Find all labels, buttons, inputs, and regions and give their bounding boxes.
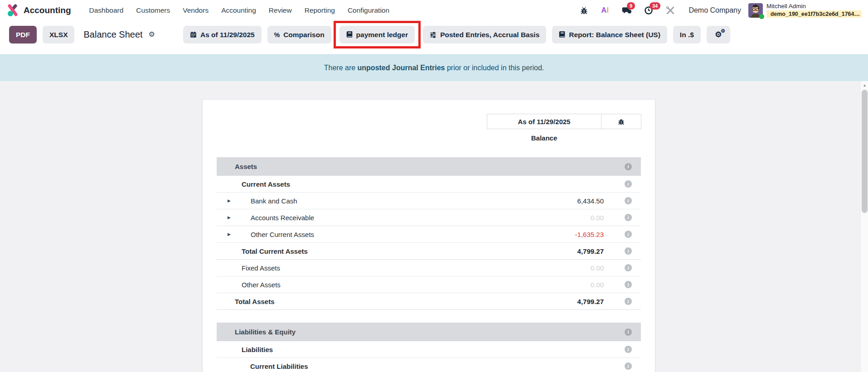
scroll-up-arrow-icon[interactable]: ▲ (861, 81, 868, 89)
row-label: Current Liabilities (217, 362, 509, 370)
activities-count-badge: 34 (650, 2, 660, 10)
report-row[interactable]: ▶ Current Liabilities i (217, 358, 641, 372)
row-value: 0.00 (509, 264, 604, 272)
expand-caret-icon[interactable]: ▶ (228, 232, 231, 237)
info-icon[interactable]: i (625, 180, 632, 188)
app-name[interactable]: Accounting (24, 5, 71, 15)
database-badge: demo_190_ee1f7b3c2e6d_1764… (766, 10, 862, 18)
balance-column-label: Balance (487, 134, 601, 142)
column-debug-cell[interactable] (601, 114, 641, 129)
expand-caret-icon[interactable]: ▶ (228, 198, 231, 203)
company-switcher[interactable]: Demo Company (689, 6, 741, 14)
info-icon[interactable]: i (625, 298, 632, 305)
messages-count-badge: 9 (627, 2, 635, 10)
row-value: -1,635.23 (509, 231, 604, 238)
book-icon (346, 31, 353, 38)
navbar-right-cluster: AI 9 34 Demo Company (567, 3, 862, 18)
info-icon[interactable]: i (625, 163, 632, 170)
xlsx-button[interactable]: XLSX (43, 26, 74, 43)
top-navbar: Accounting Dashboard Customers Vendors A… (0, 0, 868, 21)
report-row[interactable]: ▶ Total Assets 4,799.27 i (217, 293, 641, 310)
options-filter-button[interactable]: Posted Entries, Accrual Basis (423, 26, 546, 43)
nav-vendors[interactable]: Vendors (183, 6, 209, 14)
info-icon[interactable]: i (625, 214, 632, 221)
user-name: Mitchell Admin (766, 3, 862, 10)
calendar-icon (190, 31, 197, 38)
support-tools-icon[interactable] (666, 6, 675, 15)
cog-small-icon: ⚙ (721, 29, 725, 34)
row-value: 4,799.27 (509, 247, 604, 255)
row-label: Bank and Cash (217, 197, 509, 205)
info-icon[interactable]: i (625, 329, 632, 336)
banner-bold-text: unposted Journal Entries (358, 64, 445, 72)
book-icon (559, 31, 565, 38)
row-label: Total Current Assets (217, 247, 509, 255)
nav-accounting[interactable]: Accounting (221, 6, 256, 14)
report-row[interactable]: ▶ Liabilities & Equity i (217, 323, 641, 341)
report-row[interactable]: ▶ Accounts Receivable 0.00 i (217, 209, 641, 226)
info-icon[interactable]: i (625, 247, 632, 255)
online-status-dot (759, 14, 764, 19)
row-label: Liabilities & Equity (217, 328, 509, 336)
unposted-entries-banner: There are unposted Journal Entries prior… (0, 54, 868, 81)
report-row[interactable]: ▶ Current Assets i (217, 176, 641, 193)
debug-bug-icon[interactable] (580, 6, 588, 15)
activities-clock-icon[interactable]: 34 (644, 6, 653, 15)
scrollbar-thumb[interactable] (862, 90, 868, 213)
report-row[interactable]: ▶ Assets i (217, 157, 641, 176)
expand-caret-icon[interactable]: ▶ (228, 215, 231, 220)
report-row[interactable]: ▶ Other Assets 0.00 i (217, 276, 641, 293)
pdf-button[interactable]: PDF (9, 26, 37, 43)
column-date-header[interactable]: As of 11/29/2025 (487, 114, 601, 129)
nav-reporting[interactable]: Reporting (305, 6, 335, 14)
row-value: 0.00 (509, 214, 604, 222)
page-title: Balance Sheet (83, 29, 142, 40)
row-value: 6,434.50 (509, 197, 604, 205)
balance-sheet-card: As of 11/29/2025 Balance ▶ Assets i ▶ Cu… (202, 99, 655, 372)
vertical-scrollbar[interactable]: ▲ (860, 81, 868, 372)
sliders-icon (430, 31, 436, 38)
date-filter-button[interactable]: As of 11/29/2025 (183, 26, 262, 43)
report-table: ▶ Assets i ▶ Current Assets i ▶ Bank and… (217, 157, 641, 372)
ai-icon[interactable]: AI (601, 6, 609, 14)
nav-dashboard[interactable]: Dashboard (89, 6, 124, 14)
extra-options-cogs-button[interactable]: ⚙ ⚙ (707, 26, 730, 43)
messages-icon[interactable]: 9 (621, 6, 631, 15)
row-label: Liabilities (217, 346, 509, 353)
row-value: 0.00 (509, 281, 604, 289)
currency-filter-button[interactable]: In .$ (673, 26, 701, 43)
report-settings-gear-icon[interactable]: ⚙ (149, 30, 155, 39)
red-highlight-annotation: payment ledger (334, 21, 421, 48)
row-label: Other Current Assets (217, 231, 509, 238)
info-icon[interactable]: i (625, 346, 632, 353)
percent-icon: % (274, 31, 280, 39)
row-label: Fixed Assets (217, 264, 509, 272)
row-label: Other Assets (217, 281, 509, 289)
report-row[interactable]: ▶ Total Current Assets 4,799.27 i (217, 243, 641, 260)
report-row[interactable]: ▶ Other Current Assets -1,635.23 i (217, 226, 641, 243)
accounting-app-logo-icon[interactable] (6, 4, 19, 17)
info-icon[interactable]: i (625, 281, 632, 288)
comparison-filter-button[interactable]: % Comparison (267, 26, 331, 43)
report-page-background: As of 11/29/2025 Balance ▶ Assets i ▶ Cu… (0, 81, 868, 372)
row-label: Accounts Receivable (217, 214, 509, 222)
report-variant-filter-button[interactable]: Report: Balance Sheet (US) (552, 26, 667, 43)
bug-icon (617, 118, 625, 126)
row-label: Current Assets (217, 180, 509, 188)
nav-review[interactable]: Review (269, 6, 292, 14)
nav-customers[interactable]: Customers (136, 6, 170, 14)
info-icon[interactable]: i (625, 362, 632, 370)
filters-bar: As of 11/29/2025 % Comparison payment le… (183, 26, 736, 43)
info-icon[interactable]: i (625, 264, 632, 271)
row-label: Assets (217, 163, 509, 170)
info-icon[interactable]: i (625, 197, 632, 204)
report-row[interactable]: ▶ Bank and Cash 6,434.50 i (217, 193, 641, 209)
info-icon[interactable]: i (625, 231, 632, 238)
journal-filter-button[interactable]: payment ledger (339, 26, 415, 43)
row-value: 4,799.27 (509, 298, 604, 305)
report-row[interactable]: ▶ Fixed Assets 0.00 i (217, 260, 641, 276)
nav-configuration[interactable]: Configuration (348, 6, 389, 14)
user-menu[interactable]: Mitchell Admin demo_190_ee1f7b3c2e6d_176… (748, 3, 862, 18)
report-row[interactable]: ▶ Liabilities i (217, 341, 641, 358)
row-label: Total Assets (217, 298, 509, 305)
